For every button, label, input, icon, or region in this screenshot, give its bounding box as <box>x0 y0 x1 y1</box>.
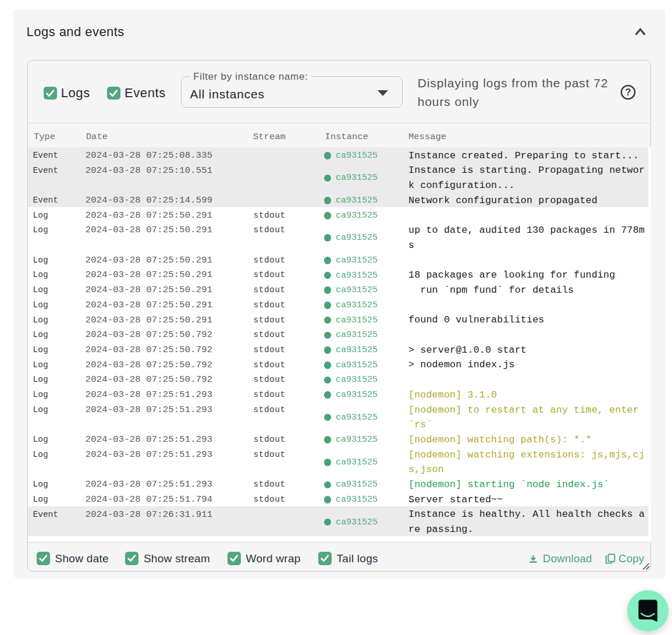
svg-text:?: ? <box>625 87 631 97</box>
